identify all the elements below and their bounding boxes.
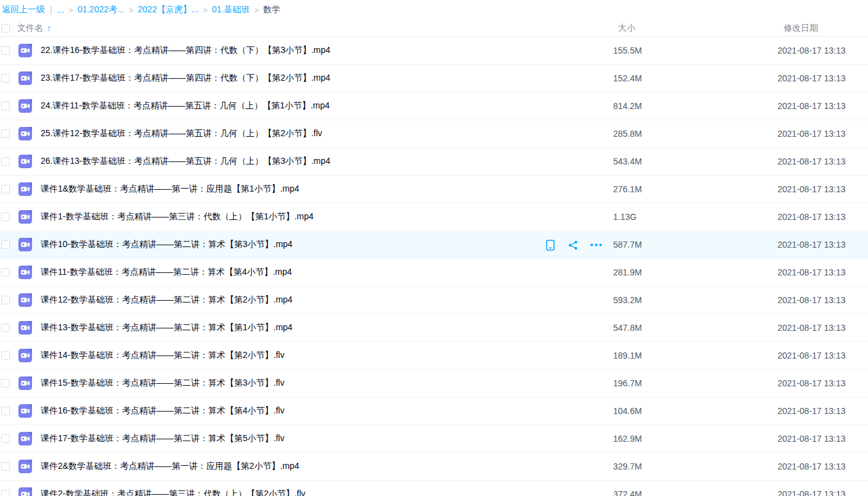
file-name-link[interactable]: 课件12-数学基础班：考点精讲——第二讲：算术【第2小节】.mp4 bbox=[41, 295, 292, 306]
file-size: 543.4M bbox=[613, 157, 642, 166]
table-row[interactable]: 22.课件16-数学基础班：考点精讲——第四讲：代数（下）【第3小节】.mp4 bbox=[0, 37, 868, 65]
video-file-icon bbox=[18, 182, 32, 196]
row-checkbox[interactable] bbox=[1, 323, 10, 332]
file-modified-date: 2021-08-17 13:13 bbox=[778, 351, 846, 360]
file-modified-date: 2021-08-17 13:13 bbox=[778, 406, 846, 416]
file-name-link[interactable]: 26.课件13-数学基础班：考点精讲——第五讲：几何（上）【第3小节】.mp4 bbox=[41, 156, 331, 167]
row-checkbox[interactable] bbox=[1, 185, 10, 193]
breadcrumb-link[interactable]: 2022【京虎】... bbox=[138, 4, 199, 15]
table-row[interactable]: 23.课件17-数学基础班：考点精讲——第四讲：代数（下）【第2小节】.mp4 bbox=[0, 65, 868, 92]
file-name-link[interactable]: 课件15-数学基础班：考点精讲——第二讲：算术【第3小节】.flv bbox=[41, 378, 284, 389]
table-row[interactable]: 课件12-数学基础班：考点精讲——第二讲：算术【第2小节】.mp4 bbox=[0, 287, 868, 314]
video-file-icon bbox=[18, 432, 32, 445]
video-file-icon bbox=[18, 376, 32, 390]
file-name-link[interactable]: 课件10-数学基础班：考点精讲——第二讲：算术【第3小节】.mp4 bbox=[41, 239, 292, 250]
row-checkbox[interactable] bbox=[1, 407, 10, 415]
file-modified-date: 2021-08-17 13:13 bbox=[778, 129, 846, 139]
table-row[interactable]: 24.课件11-数学基础班：考点精讲——第五讲：几何（上）【第1小节】.mp4 bbox=[0, 92, 868, 120]
file-name-link[interactable]: 课件1-数学基础班：考点精讲——第三讲：代数（上）【第1小节】.mp4 bbox=[41, 211, 313, 222]
row-checkbox[interactable] bbox=[1, 434, 10, 443]
row-checkbox[interactable] bbox=[1, 268, 10, 277]
video-file-icon bbox=[18, 487, 32, 496]
table-row[interactable]: 课件15-数学基础班：考点精讲——第二讲：算术【第3小节】.flv bbox=[0, 370, 868, 397]
breadcrumb-link[interactable]: ... bbox=[57, 5, 65, 15]
breadcrumb-current-folder: 数学 bbox=[263, 4, 280, 15]
breadcrumb: 返回上一级 | ...>01.2022考...>2022【京虎】...>01.基… bbox=[0, 0, 868, 20]
file-modified-date: 2021-08-17 13:13 bbox=[778, 240, 846, 250]
breadcrumb-separator: > bbox=[129, 6, 134, 15]
table-row[interactable]: 课件11-数学基础班：考点精讲——第二讲：算术【第4小节】.mp4 bbox=[0, 259, 868, 287]
row-checkbox[interactable] bbox=[1, 490, 10, 496]
row-checkbox[interactable] bbox=[1, 351, 10, 360]
table-row[interactable]: 课件17-数学基础班：考点精讲——第二讲：算术【第5小节】.flv bbox=[0, 425, 868, 453]
file-size: 155.5M bbox=[613, 46, 642, 55]
file-name-link[interactable]: 25.课件12-数学基础班：考点精讲——第五讲：几何（上）【第2小节】.flv bbox=[41, 128, 322, 139]
row-checkbox[interactable] bbox=[1, 296, 10, 304]
table-row[interactable]: 26.课件13-数学基础班：考点精讲——第五讲：几何（上）【第3小节】.mp4 bbox=[0, 148, 868, 176]
video-file-icon bbox=[18, 404, 32, 418]
row-checkbox[interactable] bbox=[1, 157, 10, 166]
row-checkbox[interactable] bbox=[1, 102, 10, 110]
table-row[interactable]: 课件16-数学基础班：考点精讲——第二讲：算术【第4小节】.flv bbox=[0, 397, 868, 425]
video-file-icon bbox=[18, 155, 32, 168]
share-icon[interactable] bbox=[567, 239, 579, 251]
column-header-size[interactable]: 大小 bbox=[618, 23, 635, 34]
file-modified-date: 2021-08-17 13:13 bbox=[778, 184, 846, 194]
breadcrumb-link[interactable]: 01.2022考... bbox=[78, 4, 124, 15]
file-name-link[interactable]: 课件2-数学基础班：考点精讲——第三讲：代数（上）【第2小节】.flv bbox=[41, 489, 305, 496]
file-modified-date: 2021-08-17 13:13 bbox=[778, 212, 846, 222]
breadcrumb-pipe-separator: | bbox=[50, 5, 52, 15]
file-name-link[interactable]: 课件1&数学基础班：考点精讲——第一讲：应用题【第1小节】.mp4 bbox=[41, 184, 299, 195]
file-name-link[interactable]: 课件11-数学基础班：考点精讲——第二讲：算术【第4小节】.mp4 bbox=[41, 267, 292, 278]
row-checkbox[interactable] bbox=[1, 462, 10, 471]
breadcrumb-separator: > bbox=[68, 6, 73, 15]
more-icon[interactable] bbox=[590, 239, 602, 251]
row-checkbox[interactable] bbox=[1, 213, 10, 221]
file-name-link[interactable]: 24.课件11-数学基础班：考点精讲——第五讲：几何（上）【第1小节】.mp4 bbox=[41, 100, 330, 112]
row-checkbox[interactable] bbox=[1, 129, 10, 138]
row-checkbox[interactable] bbox=[1, 46, 10, 55]
play-on-device-icon[interactable] bbox=[544, 239, 557, 251]
row-checkbox[interactable] bbox=[1, 74, 10, 83]
table-row[interactable]: 课件2&数学基础班：考点精讲——第一讲：应用题【第2小节】.mp4 bbox=[0, 453, 868, 481]
breadcrumb-link[interactable]: 01.基础班 bbox=[212, 4, 249, 15]
breadcrumb-back-link[interactable]: 返回上一级 bbox=[2, 4, 45, 15]
file-modified-date: 2021-08-17 13:13 bbox=[778, 489, 846, 496]
file-size: 1.13G bbox=[613, 212, 637, 222]
file-size: 189.1M bbox=[613, 351, 642, 360]
breadcrumb-links: ...>01.2022考...>2022【京虎】...>01.基础班> bbox=[57, 4, 263, 15]
table-row[interactable]: 课件2-数学基础班：考点精讲——第三讲：代数（上）【第2小节】.flv bbox=[0, 481, 868, 496]
table-row[interactable]: 25.课件12-数学基础班：考点精讲——第五讲：几何（上）【第2小节】.flv bbox=[0, 120, 868, 148]
row-checkbox[interactable] bbox=[1, 240, 10, 249]
video-file-icon bbox=[18, 321, 32, 335]
table-header: 文件名 ↑ 大小 修改日期 bbox=[0, 20, 868, 37]
file-size: 196.7M bbox=[613, 378, 642, 388]
file-name-link[interactable]: 课件14-数学基础班：考点精讲——第二讲：算术【第2小节】.flv bbox=[41, 350, 284, 361]
file-modified-date: 2021-08-17 13:13 bbox=[778, 295, 846, 305]
sort-ascending-icon[interactable]: ↑ bbox=[47, 23, 51, 33]
file-modified-date: 2021-08-17 13:13 bbox=[778, 323, 846, 333]
select-all-checkbox[interactable] bbox=[1, 24, 10, 33]
file-name-link[interactable]: 23.课件17-数学基础班：考点精讲——第四讲：代数（下）【第2小节】.mp4 bbox=[41, 73, 331, 84]
table-row[interactable]: 课件1&数学基础班：考点精讲——第一讲：应用题【第1小节】.mp4 bbox=[0, 176, 868, 203]
column-header-modified[interactable]: 修改日期 bbox=[784, 23, 818, 34]
file-name-link[interactable]: 课件17-数学基础班：考点精讲——第二讲：算术【第5小节】.flv bbox=[41, 433, 284, 444]
table-row[interactable]: 课件1-数学基础班：考点精讲——第三讲：代数（上）【第1小节】.mp4 bbox=[0, 203, 868, 231]
file-name-link[interactable]: 22.课件16-数学基础班：考点精讲——第四讲：代数（下）【第3小节】.mp4 bbox=[41, 45, 331, 56]
file-modified-date: 2021-08-17 13:13 bbox=[778, 73, 846, 83]
file-modified-date: 2021-08-17 13:13 bbox=[778, 378, 846, 388]
file-size: 162.9M bbox=[613, 434, 642, 444]
file-size: 814.2M bbox=[613, 101, 642, 111]
video-file-icon bbox=[18, 44, 32, 57]
row-checkbox[interactable] bbox=[1, 379, 10, 388]
file-name-link[interactable]: 课件2&数学基础班：考点精讲——第一讲：应用题【第2小节】.mp4 bbox=[41, 461, 299, 472]
file-size: 276.1M bbox=[613, 184, 642, 194]
file-name-link[interactable]: 课件13-数学基础班：考点精讲——第二讲：算术【第1小节】.mp4 bbox=[41, 322, 292, 333]
table-row[interactable]: 课件13-数学基础班：考点精讲——第二讲：算术【第1小节】.mp4 bbox=[0, 314, 868, 342]
column-header-filename[interactable]: 文件名 bbox=[17, 23, 43, 34]
file-name-link[interactable]: 课件16-数学基础班：考点精讲——第二讲：算术【第4小节】.flv bbox=[41, 405, 284, 417]
table-row[interactable]: 课件10-数学基础班：考点精讲——第二讲：算术【第3小节】.mp4 bbox=[0, 231, 868, 259]
file-size: 587.7M bbox=[613, 240, 642, 250]
table-row[interactable]: 课件14-数学基础班：考点精讲——第二讲：算术【第2小节】.flv bbox=[0, 342, 868, 370]
video-file-icon bbox=[18, 460, 32, 473]
